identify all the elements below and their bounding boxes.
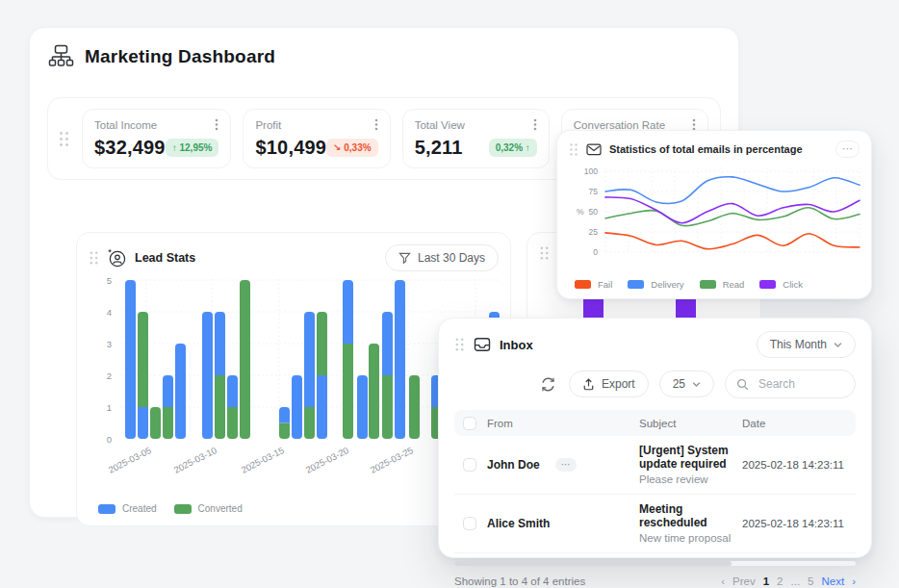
row-checkbox[interactable] (463, 517, 476, 530)
entries-summary: Showing 1 to 4 of 4 entries (454, 575, 585, 587)
inbox-card: Inbox This Month (438, 318, 872, 558)
svg-text:1: 1 (107, 402, 112, 413)
trend-badge: ↘ 0,33% (326, 139, 378, 157)
legend-item: Click (759, 279, 803, 290)
next-chevron-icon[interactable]: › (852, 575, 856, 587)
export-button[interactable]: Export (569, 371, 649, 397)
lead-stats-legend: CreatedConverted (98, 503, 243, 514)
dashboard-header: Marketing Dashboard (47, 43, 275, 69)
legend-swatch (174, 504, 192, 514)
inbox-tray-icon (474, 337, 491, 352)
legend-swatch (700, 280, 716, 289)
legend-item: Fail (575, 279, 612, 290)
last-30-days-filter-button[interactable]: Last 30 Days (385, 244, 499, 271)
next-button[interactable]: Next (822, 575, 845, 587)
drag-handle-icon[interactable] (89, 250, 99, 266)
sitemap-icon (47, 43, 75, 69)
page-2-button[interactable]: 2 (777, 575, 783, 587)
kebab-menu-icon[interactable] (533, 118, 537, 131)
drag-handle-icon[interactable] (569, 142, 578, 157)
table-header-row: From Subject Date (454, 410, 856, 436)
refresh-icon (540, 376, 556, 393)
stat-title: Total Income (94, 119, 157, 131)
legend-swatch (575, 280, 591, 289)
email-stats-legend: FailDeliveryReadClick (575, 279, 803, 290)
search-icon (736, 378, 749, 391)
legend-label: Click (783, 279, 803, 290)
row-checkbox[interactable] (463, 458, 476, 472)
prev-button[interactable]: Prev (732, 575, 756, 587)
page-5-button[interactable]: 5 (808, 575, 813, 587)
period-dropdown[interactable]: This Month (757, 331, 856, 358)
svg-text:4: 4 (107, 307, 112, 318)
export-icon (582, 377, 595, 391)
horizontal-scrollbar[interactable] (454, 561, 856, 566)
period-label: This Month (770, 338, 827, 351)
refresh-button[interactable] (538, 374, 558, 395)
page-1-button[interactable]: 1 (763, 575, 769, 587)
svg-text:75: 75 (589, 187, 599, 196)
legend-label: Read (723, 279, 745, 290)
stat-value: $32,499 (94, 137, 166, 159)
legend-item: Converted (174, 503, 243, 514)
svg-text:0: 0 (107, 434, 112, 445)
subject-preview: New time proposal (639, 532, 742, 544)
pagination: ‹ Prev 1 2 ... 5 Next › (721, 575, 856, 587)
stat-card-total-income: Total Income $32,499 ↑ 12,95% (82, 109, 231, 168)
page-size-dropdown[interactable]: 25 (659, 371, 714, 397)
select-all-checkbox[interactable] (463, 417, 476, 430)
sender-name: Alice Smith (487, 517, 550, 530)
inbox-title: Inbox (500, 338, 533, 352)
export-label: Export (602, 377, 635, 391)
svg-text:2025-03-15: 2025-03-15 (240, 445, 286, 475)
column-header-from: From (487, 418, 639, 429)
legend-item: Created (98, 503, 157, 514)
svg-text:2: 2 (107, 371, 112, 381)
chevron-down-icon (834, 342, 842, 348)
search-input[interactable] (757, 376, 841, 392)
stat-value: 5,211 (415, 137, 463, 159)
drag-handle-icon[interactable] (58, 130, 70, 148)
kebab-menu-icon[interactable] (374, 118, 378, 131)
subject-text: [Urgent] System update required (639, 444, 742, 471)
legend-label: Fail (598, 279, 612, 290)
svg-text:5: 5 (107, 275, 112, 286)
stat-title: Profit (255, 119, 281, 131)
legend-label: Created (122, 503, 157, 514)
table-row[interactable]: Alice Smith Meeting rescheduled New time… (454, 495, 856, 553)
search-box[interactable] (725, 370, 856, 398)
legend-item: Read (700, 279, 745, 290)
inbox-table: From Subject Date John Doe ⋯ [Urgent] Sy… (454, 410, 856, 553)
prev-chevron-icon[interactable]: ‹ (721, 575, 725, 587)
svg-text:50: 50 (589, 207, 599, 217)
svg-text:2025-03-10: 2025-03-10 (172, 445, 218, 475)
stat-card-profit: Profit $10,499 ↘ 0,33% (243, 109, 390, 168)
column-header-date: Date (742, 418, 856, 429)
svg-text:25: 25 (589, 227, 599, 237)
chevron-down-icon (692, 381, 701, 388)
legend-swatch (628, 280, 644, 289)
drag-handle-icon[interactable] (454, 337, 465, 352)
row-actions-badge[interactable]: ⋯ (555, 458, 577, 472)
funnel-icon (398, 252, 411, 265)
email-stats-card: Statistics of total emails in percentage… (556, 130, 872, 299)
column-header-subject: Subject (639, 418, 742, 429)
kebab-menu-icon[interactable] (215, 118, 218, 131)
svg-text:0: 0 (593, 247, 598, 257)
stat-title: Total View (415, 119, 465, 131)
drag-handle-icon[interactable] (539, 245, 550, 261)
svg-text:%: % (577, 207, 584, 217)
date-value: 2025-02-18 14:23:11 (742, 518, 856, 529)
legend-item: Delivery (628, 279, 683, 290)
stat-value: $10,499 (255, 137, 326, 159)
filter-label: Last 30 Days (418, 251, 485, 265)
legend-swatch (98, 504, 116, 514)
date-value: 2025-02-18 14:23:11 (742, 459, 856, 471)
page-title: Marketing Dashboard (85, 46, 275, 67)
svg-text:100: 100 (584, 166, 598, 176)
ellipsis-menu-icon[interactable]: ⋯ (835, 141, 860, 158)
legend-swatch (759, 280, 776, 289)
table-row[interactable]: John Doe ⋯ [Urgent] System update requir… (454, 436, 856, 495)
scrollbar-thumb[interactable] (454, 561, 732, 566)
svg-text:2025-03-05: 2025-03-05 (107, 445, 153, 475)
